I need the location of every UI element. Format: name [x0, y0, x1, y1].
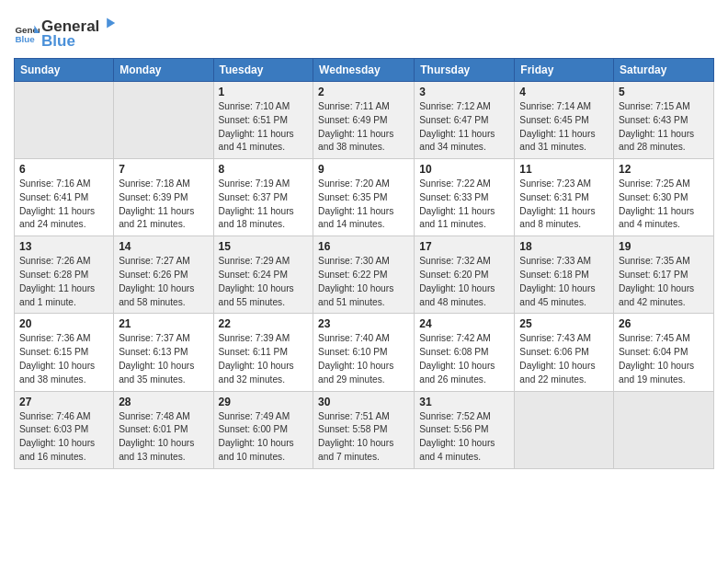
calendar-cell: 17Sunrise: 7:32 AMSunset: 6:20 PMDayligh…	[415, 236, 515, 314]
calendar-cell: 12Sunrise: 7:25 AMSunset: 6:30 PMDayligh…	[614, 159, 714, 236]
calendar-cell: 9Sunrise: 7:20 AMSunset: 6:35 PMDaylight…	[313, 159, 415, 236]
calendar-cell: 20Sunrise: 7:36 AMSunset: 6:15 PMDayligh…	[15, 314, 114, 391]
calendar-cell: 10Sunrise: 7:22 AMSunset: 6:33 PMDayligh…	[415, 159, 515, 236]
calendar-week-1: 6Sunrise: 7:16 AMSunset: 6:41 PMDaylight…	[15, 159, 714, 236]
calendar-week-0: 1Sunrise: 7:10 AMSunset: 6:51 PMDaylight…	[15, 82, 714, 159]
col-header-tuesday: Tuesday	[213, 59, 313, 82]
day-number: 25	[519, 317, 609, 330]
calendar-cell: 3Sunrise: 7:12 AMSunset: 6:47 PMDaylight…	[415, 82, 515, 159]
calendar-cell: 6Sunrise: 7:16 AMSunset: 6:41 PMDaylight…	[15, 159, 114, 236]
day-info: Sunrise: 7:40 AMSunset: 6:10 PMDaylight:…	[318, 332, 409, 386]
calendar-cell	[114, 82, 213, 159]
day-number: 31	[419, 396, 509, 408]
day-info: Sunrise: 7:36 AMSunset: 6:15 PMDaylight:…	[19, 332, 108, 386]
header: General Blue General Blue	[14, 9, 714, 51]
page: General Blue General Blue SundayMonda	[0, 0, 728, 478]
day-number: 23	[318, 317, 409, 330]
calendar-cell: 29Sunrise: 7:49 AMSunset: 6:00 PMDayligh…	[213, 391, 313, 468]
day-number: 1	[219, 86, 309, 98]
day-info: Sunrise: 7:16 AMSunset: 6:41 PMDaylight:…	[19, 178, 108, 232]
day-number: 29	[219, 396, 309, 408]
day-info: Sunrise: 7:27 AMSunset: 6:26 PMDaylight:…	[119, 255, 208, 309]
day-info: Sunrise: 7:42 AMSunset: 6:08 PMDaylight:…	[419, 332, 509, 386]
day-number: 17	[419, 240, 509, 253]
svg-text:Blue: Blue	[15, 33, 35, 43]
calendar-week-4: 27Sunrise: 7:46 AMSunset: 6:03 PMDayligh…	[15, 391, 714, 468]
calendar-cell: 21Sunrise: 7:37 AMSunset: 6:13 PMDayligh…	[114, 314, 213, 391]
day-info: Sunrise: 7:14 AMSunset: 6:45 PMDaylight:…	[519, 100, 609, 155]
day-info: Sunrise: 7:32 AMSunset: 6:20 PMDaylight:…	[419, 255, 509, 309]
logo: General Blue General Blue	[14, 15, 118, 51]
day-info: Sunrise: 7:11 AMSunset: 6:49 PMDaylight:…	[318, 100, 409, 155]
col-header-thursday: Thursday	[415, 59, 515, 82]
day-number: 7	[119, 163, 208, 176]
col-header-wednesday: Wednesday	[313, 59, 415, 82]
day-number: 5	[619, 86, 709, 98]
day-info: Sunrise: 7:33 AMSunset: 6:18 PMDaylight:…	[519, 255, 609, 309]
day-number: 15	[219, 240, 309, 253]
day-info: Sunrise: 7:26 AMSunset: 6:28 PMDaylight:…	[19, 255, 108, 309]
calendar-cell: 23Sunrise: 7:40 AMSunset: 6:10 PMDayligh…	[313, 314, 415, 391]
day-info: Sunrise: 7:10 AMSunset: 6:51 PMDaylight:…	[219, 100, 309, 155]
calendar-cell: 31Sunrise: 7:52 AMSunset: 5:56 PMDayligh…	[415, 391, 515, 468]
day-number: 28	[119, 396, 208, 408]
calendar-cell: 8Sunrise: 7:19 AMSunset: 6:37 PMDaylight…	[213, 159, 313, 236]
col-header-monday: Monday	[114, 59, 213, 82]
day-info: Sunrise: 7:30 AMSunset: 6:22 PMDaylight:…	[318, 255, 409, 309]
calendar-week-2: 13Sunrise: 7:26 AMSunset: 6:28 PMDayligh…	[15, 236, 714, 314]
calendar-cell: 25Sunrise: 7:43 AMSunset: 6:06 PMDayligh…	[515, 314, 614, 391]
calendar-cell: 5Sunrise: 7:15 AMSunset: 6:43 PMDaylight…	[614, 82, 714, 159]
calendar-cell: 11Sunrise: 7:23 AMSunset: 6:31 PMDayligh…	[515, 159, 614, 236]
day-number: 10	[419, 163, 509, 176]
day-number: 20	[19, 317, 108, 330]
day-info: Sunrise: 7:51 AMSunset: 5:58 PMDaylight:…	[318, 410, 409, 465]
day-info: Sunrise: 7:18 AMSunset: 6:39 PMDaylight:…	[119, 178, 208, 232]
calendar-table: SundayMondayTuesdayWednesdayThursdayFrid…	[14, 58, 714, 469]
day-number: 6	[19, 163, 108, 176]
day-info: Sunrise: 7:52 AMSunset: 5:56 PMDaylight:…	[419, 410, 509, 465]
day-info: Sunrise: 7:39 AMSunset: 6:11 PMDaylight:…	[219, 332, 309, 386]
day-number: 3	[419, 86, 509, 98]
calendar-cell	[515, 391, 614, 468]
logo-icon: General Blue	[14, 20, 40, 46]
col-header-sunday: Sunday	[15, 59, 114, 82]
calendar-cell: 4Sunrise: 7:14 AMSunset: 6:45 PMDaylight…	[515, 82, 614, 159]
day-number: 22	[219, 317, 309, 330]
day-info: Sunrise: 7:37 AMSunset: 6:13 PMDaylight:…	[119, 332, 208, 386]
logo-arrow-icon	[100, 15, 117, 31]
calendar-cell: 22Sunrise: 7:39 AMSunset: 6:11 PMDayligh…	[213, 314, 313, 391]
day-number: 9	[318, 163, 409, 176]
day-info: Sunrise: 7:48 AMSunset: 6:01 PMDaylight:…	[119, 410, 208, 465]
day-number: 18	[519, 240, 609, 253]
day-number: 11	[519, 163, 609, 176]
calendar-cell: 15Sunrise: 7:29 AMSunset: 6:24 PMDayligh…	[213, 236, 313, 314]
calendar-cell: 14Sunrise: 7:27 AMSunset: 6:26 PMDayligh…	[114, 236, 213, 314]
day-info: Sunrise: 7:12 AMSunset: 6:47 PMDaylight:…	[419, 100, 509, 155]
day-info: Sunrise: 7:43 AMSunset: 6:06 PMDaylight:…	[519, 332, 609, 386]
day-info: Sunrise: 7:29 AMSunset: 6:24 PMDaylight:…	[219, 255, 309, 309]
day-number: 30	[318, 396, 409, 408]
calendar-cell: 1Sunrise: 7:10 AMSunset: 6:51 PMDaylight…	[213, 82, 313, 159]
calendar-cell	[15, 82, 114, 159]
calendar-cell: 26Sunrise: 7:45 AMSunset: 6:04 PMDayligh…	[614, 314, 714, 391]
day-number: 24	[419, 317, 509, 330]
day-info: Sunrise: 7:22 AMSunset: 6:33 PMDaylight:…	[419, 178, 509, 232]
day-info: Sunrise: 7:35 AMSunset: 6:17 PMDaylight:…	[619, 255, 709, 309]
day-number: 16	[318, 240, 409, 253]
day-number: 8	[219, 163, 309, 176]
calendar-cell: 18Sunrise: 7:33 AMSunset: 6:18 PMDayligh…	[515, 236, 614, 314]
calendar-cell: 27Sunrise: 7:46 AMSunset: 6:03 PMDayligh…	[15, 391, 114, 468]
day-number: 12	[619, 163, 709, 176]
day-number: 4	[519, 86, 609, 98]
col-header-saturday: Saturday	[614, 59, 714, 82]
svg-marker-3	[108, 18, 116, 29]
calendar-cell: 24Sunrise: 7:42 AMSunset: 6:08 PMDayligh…	[415, 314, 515, 391]
day-info: Sunrise: 7:19 AMSunset: 6:37 PMDaylight:…	[219, 178, 309, 232]
day-info: Sunrise: 7:46 AMSunset: 6:03 PMDaylight:…	[19, 410, 108, 465]
calendar-cell: 30Sunrise: 7:51 AMSunset: 5:58 PMDayligh…	[313, 391, 415, 468]
day-number: 19	[619, 240, 709, 253]
day-info: Sunrise: 7:20 AMSunset: 6:35 PMDaylight:…	[318, 178, 409, 232]
calendar-header-row: SundayMondayTuesdayWednesdayThursdayFrid…	[15, 59, 714, 82]
day-number: 13	[19, 240, 108, 253]
day-number: 26	[619, 317, 709, 330]
